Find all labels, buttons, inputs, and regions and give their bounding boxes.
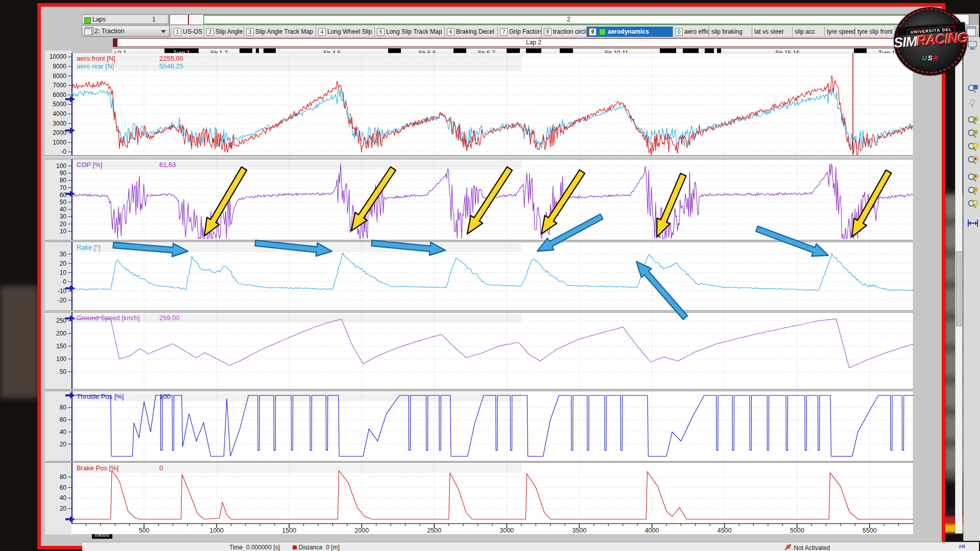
pin-icon[interactable] (967, 98, 979, 110)
chart-panel-cop[interactable] (71, 159, 913, 240)
zoom-out-y-icon[interactable] (967, 185, 979, 198)
worksheet-tabs: 1US-OS2Slip Angle3Slip Angle Track Map4L… (172, 26, 951, 37)
tab-aerodynamics[interactable]: 9aerodynamics (587, 26, 673, 37)
worksheet-folder-icon (84, 29, 92, 35)
screenshot-root: { "laps_bar": { "label": "Laps", "marker… (0, 0, 980, 551)
panel-separator[interactable] (45, 461, 914, 463)
worksheet-selector[interactable]: 2: Traction (82, 26, 170, 37)
laps-label: Laps (92, 16, 106, 23)
tab-label: slip acc (795, 28, 815, 35)
tab-number-badge: 0 (675, 28, 683, 36)
panel-separator[interactable] (45, 155, 914, 159)
zoom-full-y-icon[interactable] (967, 199, 979, 211)
bell-slash-icon (784, 544, 792, 551)
tab-grip-factors[interactable]: 7Grip Factors (498, 26, 542, 37)
tab-number-badge: 4 (318, 28, 326, 36)
tab-label: Slip Angle (216, 28, 243, 35)
lap-number-label: 2 (567, 16, 570, 23)
tab-long-slip-track-map[interactable]: 5Long Slip Track Map (375, 26, 445, 37)
panel-separator[interactable] (45, 240, 914, 242)
tab-label: US-OS (183, 28, 202, 35)
scrollbar-thumb[interactable] (956, 251, 962, 326)
lap-range-start-block (113, 39, 117, 46)
vertical-scrollbar[interactable] (955, 58, 963, 534)
chart-area: 1000090008000700060005000400030002000100… (0, 0, 980, 551)
zoom-stop-icon[interactable] (967, 155, 979, 167)
distance-legend-swatch (293, 545, 297, 549)
laps-timeline[interactable]: 123 (170, 14, 969, 25)
tab-label: traction circle (553, 28, 587, 35)
tab-label: aerodynamics (608, 28, 649, 35)
logo-sub-text: USR (894, 54, 967, 62)
chart-toolbar (963, 37, 980, 541)
tab-traction-circle[interactable]: 8traction circle (542, 26, 587, 37)
tab-label: Long Slip Track Map (386, 28, 442, 35)
laps-legend-swatch (84, 17, 91, 24)
zoom-in-time-icon[interactable] (967, 115, 979, 127)
tab-label: aero effic (684, 28, 709, 35)
copy-screen-icon[interactable] (967, 39, 979, 52)
tab-tyre-slip-front[interactable]: tyre slip front (855, 26, 895, 37)
panel-separator[interactable] (45, 389, 914, 391)
lap-range-bar[interactable]: Lap 2 (113, 38, 954, 47)
zoom-window-icon[interactable] (967, 83, 979, 95)
chart-panel-aero[interactable] (71, 53, 913, 155)
tab-number-badge: 8 (544, 28, 552, 36)
new-sheet-icon[interactable] (967, 27, 976, 36)
tab-aero-effic[interactable]: 0aero effic (673, 26, 709, 37)
status-distance: Distance 0 [m] (293, 544, 340, 551)
tab-number-badge: 9 (589, 28, 596, 36)
background-photo-left (0, 286, 38, 398)
measure-icon[interactable] (967, 217, 979, 229)
tab-number-badge: 2 (206, 28, 214, 36)
tab-number-badge: 1 (174, 28, 181, 36)
tab-number-badge: 7 (500, 28, 508, 36)
log-badge: AB (959, 544, 965, 549)
chart-panel-rake[interactable] (71, 242, 913, 310)
tab-braking-decel[interactable]: 6Braking Decel (445, 26, 498, 37)
chevron-down-icon (161, 30, 166, 33)
tab-lat-vs-steer[interactable]: lat vs steer (752, 26, 793, 37)
tab-label: Braking Decel (456, 28, 494, 35)
tab-label: slip braking (711, 28, 743, 35)
lap-header-label: Lap 2 (526, 39, 541, 46)
team-logo: UNIVERSITÀ DEL SIMRACING USR (894, 7, 967, 76)
tab-number-badge: 3 (246, 28, 254, 36)
tab-slip-acc[interactable]: slip acc (793, 26, 825, 37)
status-time: Time 0.000000 [s] (229, 544, 280, 551)
tab-slip-angle-track-map[interactable]: 3Slip Angle Track Map (244, 26, 316, 37)
worksheet-tab-bar: 2: Traction 1US-OS2Slip Angle3Slip Angle… (82, 25, 979, 37)
active-tab-swatch (599, 29, 606, 35)
laps-bar: Laps 123 (82, 14, 979, 25)
tab-label: Long Wheel Slip (327, 28, 372, 35)
x-axis-unit-badge: metre (92, 531, 112, 539)
status-bar: Time 0.000000 [s] Distance 0 [m] Not Act… (82, 542, 979, 551)
alarm-status: Not Activated (784, 544, 830, 551)
tab-label: tyre speed (827, 28, 855, 35)
tab-label: tyre slip front (857, 28, 893, 35)
worksheet-selector-label: 2: Traction (94, 28, 124, 35)
panel-separator[interactable] (45, 310, 914, 313)
lap-number-label: 1 (152, 16, 156, 23)
chart-panel-speed[interactable] (71, 313, 913, 389)
chart-panel-throttle[interactable] (71, 391, 913, 461)
chart-panel-brake[interactable] (71, 463, 913, 523)
tab-slip-angle[interactable]: 2Slip Angle (204, 26, 244, 37)
tab-long-wheel-slip[interactable]: 4Long Wheel Slip (316, 26, 375, 37)
lap-range-highlight[interactable] (203, 15, 943, 25)
zoom-out-time-icon[interactable] (967, 128, 979, 140)
zoom-full-time-icon[interactable] (967, 141, 979, 154)
tab-number-badge: 5 (377, 28, 385, 36)
tab-label: Slip Angle Track Map (255, 28, 313, 35)
tab-number-badge: 6 (447, 28, 455, 36)
lap-marker-tick (188, 15, 189, 25)
tab-label: Grip Factors (509, 28, 542, 35)
zoom-in-y-icon[interactable] (967, 172, 979, 184)
tab-tyre-speed[interactable]: tyre speed (825, 26, 855, 37)
tab-slip-braking[interactable]: slip braking (709, 26, 752, 37)
tab-us-os[interactable]: 1US-OS (172, 26, 204, 37)
tab-label: lat vs steer (754, 28, 784, 35)
